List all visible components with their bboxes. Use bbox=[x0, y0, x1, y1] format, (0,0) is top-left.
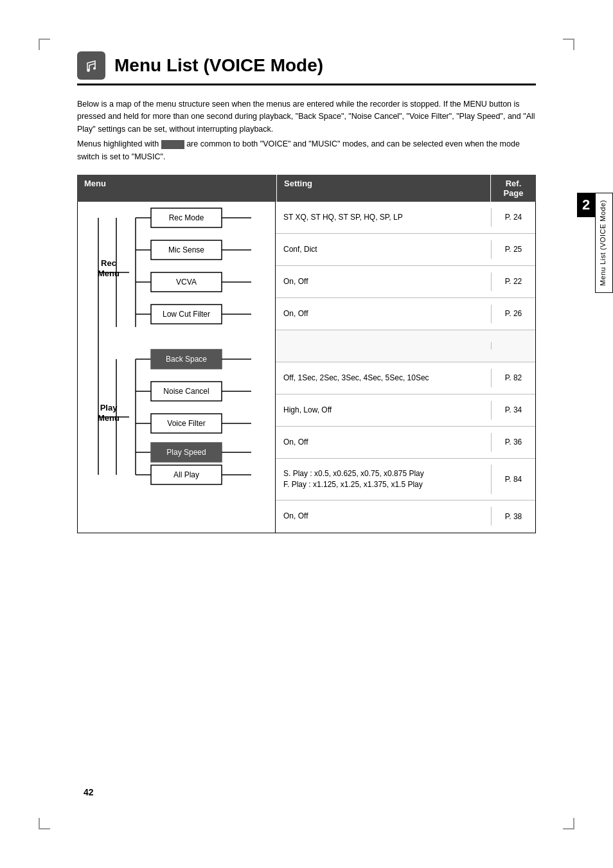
svg-text:Menu: Menu bbox=[98, 413, 120, 423]
th-setting: Setting bbox=[277, 175, 490, 202]
setting-row-3: On, Off P. 22 bbox=[276, 266, 535, 298]
chapter-number: 2 bbox=[577, 193, 595, 217]
corner-mark-br bbox=[563, 818, 574, 829]
svg-point-1 bbox=[87, 69, 90, 72]
svg-text:Rec: Rec bbox=[101, 258, 116, 268]
svg-text:Mic Sense: Mic Sense bbox=[168, 245, 204, 254]
setting-ref-8: P. 84 bbox=[492, 471, 535, 488]
svg-text:Back Space: Back Space bbox=[166, 355, 207, 364]
th-refpage: Ref. Page bbox=[491, 175, 536, 202]
setting-ref-3: P. 22 bbox=[492, 273, 535, 290]
setting-ref-1: P. 24 bbox=[492, 209, 535, 226]
svg-text:All Play: All Play bbox=[173, 470, 199, 479]
setting-row-7: On, Off P. 36 bbox=[276, 427, 535, 459]
svg-text:Menu: Menu bbox=[98, 269, 120, 278]
svg-text:Low Cut Filter: Low Cut Filter bbox=[163, 310, 210, 319]
main-content: Menu List (VOICE Mode) Below is a map of… bbox=[77, 51, 536, 533]
setting-row-2: Conf, Dict P. 25 bbox=[276, 234, 535, 266]
gap-row bbox=[276, 330, 535, 362]
setting-row-5: Off, 1Sec, 2Sec, 3Sec, 4Sec, 5Sec, 10Sec… bbox=[276, 362, 535, 394]
table-header: Menu Setting Ref. Page bbox=[77, 175, 536, 202]
page-title: Menu List (VOICE Mode) bbox=[114, 55, 323, 76]
setting-ref-2: P. 25 bbox=[492, 241, 535, 258]
setting-ref-7: P. 36 bbox=[492, 434, 535, 450]
setting-row-8: S. Play : x0.5, x0.625, x0.75, x0.875 Pl… bbox=[276, 459, 535, 500]
corner-mark-tr bbox=[563, 39, 574, 50]
settings-column: ST XQ, ST HQ, ST SP, HQ, SP, LP P. 24 Co… bbox=[276, 202, 535, 533]
highlight-sample bbox=[161, 140, 184, 149]
setting-ref-6: P. 34 bbox=[492, 402, 535, 418]
setting-ref-5: P. 82 bbox=[492, 369, 535, 386]
setting-value-5: Off, 1Sec, 2Sec, 3Sec, 4Sec, 5Sec, 10Sec bbox=[276, 369, 492, 387]
description: Below is a map of the menu structure see… bbox=[77, 98, 536, 163]
setting-row-6: High, Low, Off P. 34 bbox=[276, 394, 535, 427]
setting-value-6: High, Low, Off bbox=[276, 401, 492, 420]
page-number: 42 bbox=[84, 787, 94, 797]
desc2-prefix: Menus highlighted with bbox=[77, 139, 159, 148]
corner-mark-bl bbox=[39, 818, 50, 829]
setting-value-9: On, Off bbox=[276, 507, 492, 526]
setting-value-2: Conf, Dict bbox=[276, 240, 492, 259]
svg-rect-0 bbox=[82, 57, 100, 75]
corner-mark-tl bbox=[39, 39, 50, 50]
setting-value-3: On, Off bbox=[276, 272, 492, 291]
svg-text:Voice Filter: Voice Filter bbox=[167, 419, 205, 428]
setting-value-8: S. Play : x0.5, x0.625, x0.75, x0.875 Pl… bbox=[276, 465, 492, 494]
svg-text:Play: Play bbox=[100, 403, 118, 412]
title-icon bbox=[77, 51, 105, 80]
setting-ref-9: P. 38 bbox=[492, 508, 535, 525]
full-diagram: Rec Mode Mic Sense VCVA Low Cut Filter R… bbox=[77, 202, 536, 533]
chapter-label: Menu List (VOICE Mode) bbox=[595, 193, 613, 293]
setting-value-1: ST XQ, ST HQ, ST SP, HQ, SP, LP bbox=[276, 208, 492, 227]
setting-value-4: On, Off bbox=[276, 305, 492, 323]
svg-text:Rec Mode: Rec Mode bbox=[169, 213, 204, 222]
tree-column: Rec Mode Mic Sense VCVA Low Cut Filter R… bbox=[78, 202, 276, 533]
title-area: Menu List (VOICE Mode) bbox=[77, 51, 536, 85]
svg-text:Play Speed: Play Speed bbox=[166, 448, 206, 457]
setting-row-9: On, Off P. 38 bbox=[276, 500, 535, 533]
tree-svg: Rec Mode Mic Sense VCVA Low Cut Filter R… bbox=[78, 202, 276, 491]
th-menu: Menu bbox=[77, 175, 276, 202]
setting-ref-4: P. 26 bbox=[492, 305, 535, 322]
svg-text:Noise Cancel: Noise Cancel bbox=[163, 387, 209, 396]
setting-row-1: ST XQ, ST HQ, ST SP, HQ, SP, LP P. 24 bbox=[276, 202, 535, 234]
svg-text:VCVA: VCVA bbox=[176, 278, 197, 287]
setting-value-7: On, Off bbox=[276, 433, 492, 452]
setting-row-4: On, Off P. 26 bbox=[276, 298, 535, 330]
